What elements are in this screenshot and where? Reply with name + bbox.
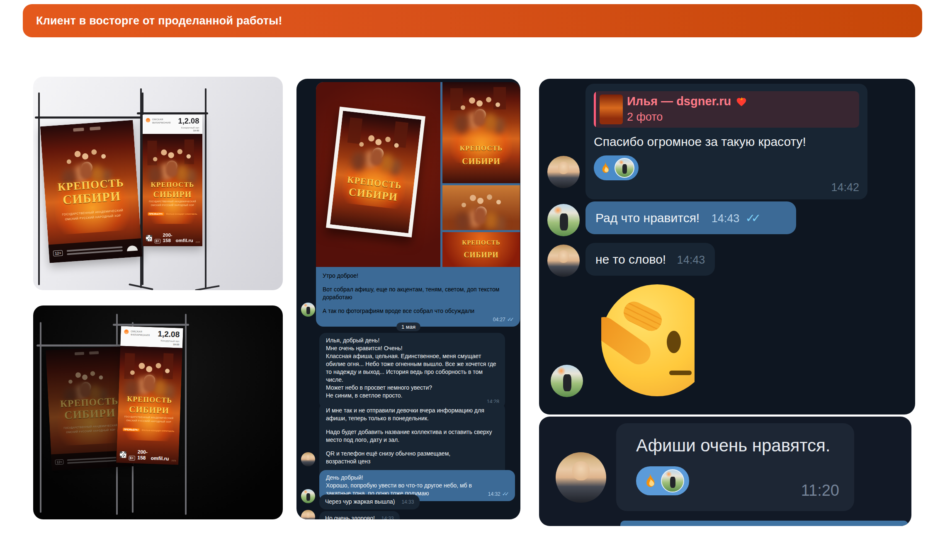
poster-time: 19:00 xyxy=(193,129,199,132)
poster-contact-row: 6+ 200-158 omfil.ru 2025 xyxy=(120,448,177,462)
poster-header: ОМСКАЯФИЛАРМОНИЯ 1,2.08 Концертный зал19… xyxy=(120,326,183,348)
message-time: 14:43 xyxy=(677,254,705,266)
org-name2: ФИЛАРМОНИЯ xyxy=(131,334,150,337)
premiere-chip: ПРЕМЬЕРА! xyxy=(123,428,140,432)
reaction-avatar-designer xyxy=(615,158,634,178)
poster-figures xyxy=(477,198,483,204)
message-time: 14:42 xyxy=(831,181,859,194)
reply-info: Илья — dsgner.ru 2 фото xyxy=(627,95,748,124)
fortress-tower xyxy=(148,141,157,165)
stand-pole xyxy=(205,88,206,288)
caption-line: Вот собрал афишу, еще по акцентам, теням… xyxy=(323,286,513,301)
photo-collage: КРЕПОСТЬ СИБИРИ КРЕПОСТЬ СИБИРИ xyxy=(316,82,520,267)
heart-on-fire-icon xyxy=(735,95,748,108)
cut-off-outgoing-bubble xyxy=(620,521,908,526)
reply-sender-name: Илья — dsgner.ru xyxy=(627,95,731,108)
message-line: Может небо в просвет немного увести? xyxy=(326,384,498,392)
stand-foot xyxy=(195,285,220,290)
phone-number: 200-158 xyxy=(163,232,173,243)
philharmonic-logo-icon xyxy=(124,330,129,334)
collage-photo-main: КРЕПОСТЬ СИБИРИ xyxy=(316,82,440,267)
year-watermark: 2025 xyxy=(171,459,176,462)
qr-code xyxy=(120,449,126,461)
avatar-designer xyxy=(551,365,583,397)
poster-body: КРЕПОСТЬ СИБИРИ ГОСУДАРСТВЕННЫЙ АКАДЕМИЧ… xyxy=(116,346,182,465)
message-incoming-words: не то слово! 14:43 xyxy=(585,243,715,276)
framed-poster-photo: КРЕПОСТЬ СИБИРИ xyxy=(326,107,425,238)
telegram-chat-screenshot-middle: КРЕПОСТЬ СИБИРИ КРЕПОСТЬ СИБИРИ xyxy=(296,79,520,519)
poster-art: КРЕПОСТЬ СИБИРИ xyxy=(330,111,421,233)
poster-header: ОМСКАЯФИЛАРМОНИЯ 1,2.08 Концертный зал19… xyxy=(143,115,202,134)
poster-title-line2: СИБИРИ xyxy=(143,190,202,199)
poster-title-line1: КРЕПОСТЬ xyxy=(143,181,202,189)
poster-figures-bodies xyxy=(79,161,93,179)
message-line: День добрый! xyxy=(326,474,508,482)
phone-number: 200-158 xyxy=(137,449,148,461)
fire-reaction-icon xyxy=(598,161,612,175)
stand-pole xyxy=(140,88,142,288)
avatar-client-large xyxy=(556,452,606,503)
read-checks-icon: ✓✓ xyxy=(746,212,761,225)
reaction-avatar-designer xyxy=(661,469,684,492)
message-meta: 14:42 xyxy=(831,181,859,194)
message-text: Спасибо огромное за такую красоту! xyxy=(594,133,859,150)
message-incoming-hot: Через чур жаркая вышла) 14:33 xyxy=(319,495,420,509)
message-outgoing-glad: Рад что нравится! 14:43 ✓✓ xyxy=(585,201,796,234)
avatar-client xyxy=(547,245,580,277)
reply-quote: Илья — dsgner.ru 2 фото xyxy=(594,91,859,128)
reaction-pill xyxy=(636,466,689,495)
message-incoming-info: И мне так и не отправили девочки вчера и… xyxy=(319,403,505,480)
philharmonic-logo-icon xyxy=(146,118,151,123)
read-checks-icon: ✓✓ xyxy=(502,491,509,497)
poster-figures xyxy=(476,100,483,107)
premiere-row: ПРЕМЬЕРА! Фильм-концерт-спектакль xyxy=(143,209,202,216)
stand-bar xyxy=(35,116,146,119)
avatar-client xyxy=(301,510,315,519)
poster-title-line2: СИБИРИ xyxy=(442,251,520,259)
poster-title-line1: КРЕПОСТЬ xyxy=(442,240,520,246)
message-time: 11:20 xyxy=(801,482,839,499)
poster-dates: 1,2.08 xyxy=(158,330,180,339)
album-caption: Утро доброе! Вот собрал афишу, еще по ак… xyxy=(316,267,520,327)
poster-subtitle1: ГОСУДАРСТВЕННЫЙ АКАДЕМИЧЕСКИЙ xyxy=(143,200,202,204)
poster-figures-bodies xyxy=(143,374,155,392)
avatar-designer xyxy=(301,489,315,503)
poster-dates: 1,2.08 xyxy=(178,117,199,126)
caption-line: А так по фотографиям вроде все собрал чт… xyxy=(323,307,484,315)
poster-figures xyxy=(168,152,174,158)
fire-reaction-icon xyxy=(641,472,658,490)
caption-line: Утро доброе! xyxy=(323,272,513,280)
poster-figures-bodies xyxy=(474,207,486,224)
poster-time: 19:00 xyxy=(173,343,180,346)
fortress-tower xyxy=(185,140,194,165)
message-album-outgoing: КРЕПОСТЬ СИБИРИ КРЕПОСТЬ СИБИРИ xyxy=(316,82,520,327)
poster-krepost-sibiri-right-bright: ОМСКАЯФИЛАРМОНИЯ 1,2.08 Концертный зал19… xyxy=(116,326,183,465)
stand-pole xyxy=(40,322,41,513)
avatar-designer xyxy=(301,303,315,317)
age-rating: 12+ xyxy=(53,250,63,257)
qr-code xyxy=(146,233,152,243)
org-name2: ФИЛАРМОНИЯ xyxy=(152,122,171,124)
reply-thumbnail xyxy=(600,95,623,124)
poster-title-line2: СИБИРИ xyxy=(442,157,520,166)
concert-hall-dome-icon xyxy=(126,245,138,251)
message-meta: 04:27 ✓✓ xyxy=(493,315,514,324)
year-watermark: 2025 xyxy=(196,241,200,243)
fine-print xyxy=(67,457,117,464)
message-line: Классная афиша, цельная. Единственное, м… xyxy=(326,352,498,384)
fortress-tower xyxy=(450,88,463,111)
premiere-chip: ПРЕМЬЕРА! xyxy=(148,212,164,216)
saluting-face-sticker xyxy=(601,284,695,397)
reply-media-count: 2 фото xyxy=(627,111,748,124)
message-time: 14:33 xyxy=(381,516,394,519)
fine-print xyxy=(67,246,123,255)
age-rating: 6+ xyxy=(129,456,135,461)
poster-figures-bodies xyxy=(80,381,91,397)
message-text: Афиши очень нравятся. xyxy=(636,436,830,456)
header-banner: Клиент в восторге от проделанной работы! xyxy=(23,4,922,37)
poster-body: КРЕПОСТЬ СИБИРИ ГОСУДАРСТВЕННЫЙ АКАДЕМИЧ… xyxy=(143,134,202,246)
message-incoming-like: Афиши очень нравятся. 11:20 xyxy=(616,423,854,511)
genre-label: Фильм-концерт-спектакль xyxy=(142,429,175,432)
message-time: 04:27 xyxy=(493,317,505,322)
message-text: Но очень здорово! xyxy=(325,515,375,519)
